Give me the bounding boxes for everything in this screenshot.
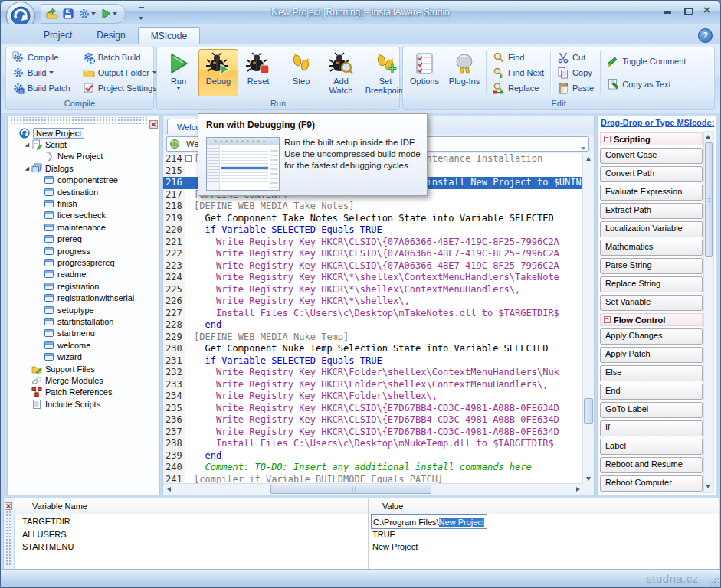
resize-grip[interactable]: [708, 575, 719, 586]
msicode-command-replace-string[interactable]: Replace String: [600, 276, 703, 292]
msicode-command-evaluate-expression[interactable]: Evaluate Expression: [600, 185, 703, 201]
code-line-236[interactable]: 236 Write Registry Key HKCR\CLSID\{E7D67…: [163, 414, 583, 426]
chevron-down-icon[interactable]: [581, 142, 585, 152]
chevron-down-icon[interactable]: [91, 12, 96, 15]
reset-button[interactable]: Reset: [238, 49, 278, 96]
code-line-235[interactable]: 235 Write Registry Key HKCR\CLSID\{E7D67…: [163, 403, 583, 415]
tree-item-startmenu[interactable]: startmenu: [9, 328, 158, 339]
code-line-231[interactable]: 231 if Variable SELECTED Equals TRUE: [163, 355, 583, 368]
tree-item-setuptype[interactable]: setuptype: [9, 304, 158, 315]
compile-button[interactable]: Compile: [9, 50, 74, 65]
collapse-icon[interactable]: [604, 316, 611, 323]
variable-name-allusers[interactable]: ALLUSERS: [22, 530, 66, 539]
panel-scrollbar[interactable]: [703, 131, 714, 493]
tree-item-licensecheck[interactable]: licensecheck: [9, 210, 158, 221]
scroll-left-icon[interactable]: [163, 484, 174, 495]
output-folder-button[interactable]: Output Folder: [80, 65, 160, 80]
code-line-221[interactable]: 221 Write Registry Key HKCR\CLSID\{07A06…: [163, 237, 583, 249]
batch-build-button[interactable]: Batch Build: [80, 50, 160, 65]
msicode-command-reboot-and-resume[interactable]: Reboot and Resume: [600, 457, 703, 473]
code-line-228[interactable]: 228 end: [163, 319, 583, 332]
customize-quick-access-icon[interactable]: [137, 7, 145, 23]
close-panel-icon[interactable]: [149, 118, 158, 126]
copy-as-text-button[interactable]: Copy as Text: [604, 77, 689, 93]
add-watch-button[interactable]: Add Watch: [321, 49, 361, 96]
minimize-button[interactable]: [664, 6, 673, 15]
tab-project[interactable]: Project: [31, 27, 84, 44]
help-button[interactable]: [698, 28, 713, 43]
code-line-230[interactable]: 230 Get Component Nuke Temp Selection St…: [163, 343, 583, 355]
close-panel-icon[interactable]: [5, 499, 13, 508]
tree-item-registration[interactable]: registration: [9, 280, 158, 292]
msicode-command-goto-label[interactable]: GoTo Label: [600, 402, 703, 418]
tree-item-new-project[interactable]: New Project: [9, 151, 158, 162]
expand-arrow-icon[interactable]: ◢: [23, 165, 31, 172]
tree-item-welcome[interactable]: welcome: [9, 339, 158, 351]
code-line-225[interactable]: 225 Write Registry Key HKCR\*\shellex\Co…: [163, 284, 583, 296]
tree-item-wizard[interactable]: wizard: [9, 351, 158, 362]
maximize-button[interactable]: [683, 6, 693, 15]
vertical-scroll-thumb[interactable]: [705, 142, 713, 257]
msicode-command-mathematics[interactable]: Mathematics: [600, 240, 703, 256]
editor-vertical-scrollbar[interactable]: [582, 153, 594, 484]
code-line-223[interactable]: 223 Write Registry Key HKCR\CLSID\{07A06…: [163, 260, 583, 273]
expand-arrow-icon[interactable]: ◢: [23, 142, 31, 148]
tree-item-readme[interactable]: readme: [9, 269, 158, 280]
code-area[interactable]: 214[compiler if Variable BUILDMODE Equal…: [163, 153, 583, 484]
msicode-command-apply-patch[interactable]: Apply Patch: [600, 347, 703, 363]
tree-item-dialogs[interactable]: ◢Dialogs: [9, 162, 158, 174]
find-button[interactable]: Find: [490, 50, 547, 65]
tab-design[interactable]: Design: [84, 27, 137, 44]
scroll-right-icon[interactable]: [572, 484, 583, 495]
paste-button[interactable]: Paste: [554, 80, 597, 96]
tab-msicode[interactable]: MSIcode: [138, 27, 200, 44]
run-button[interactable]: Run: [159, 49, 198, 96]
msicode-command-convert-case[interactable]: Convert Case: [600, 148, 703, 164]
code-line-222[interactable]: 222 Write Registry Key HKCR\CLSID\{07A06…: [163, 248, 583, 260]
plug-ins-button[interactable]: Plug-Ins: [444, 49, 484, 96]
tree-item-progress[interactable]: progress: [9, 245, 158, 256]
tree-item-maintenance[interactable]: maintenance: [9, 221, 158, 233]
msicode-command-localization-variable[interactable]: Localization Variable: [600, 221, 703, 237]
chevron-down-icon[interactable]: [176, 87, 181, 90]
toggle-comment-button[interactable]: Toggle Comment: [604, 54, 689, 70]
vertical-scroll-thumb[interactable]: [584, 398, 593, 424]
scroll-down-icon[interactable]: [583, 473, 594, 484]
cut-button[interactable]: Cut: [554, 50, 597, 65]
tree-panel-grip[interactable]: [9, 117, 149, 126]
msicode-panel-title[interactable]: Drag-Drop or Type MSIcode:: [601, 118, 714, 127]
step-button[interactable]: Step: [281, 49, 321, 96]
variables-panel-grip[interactable]: [4, 498, 15, 570]
variable-name-targetdir[interactable]: TARGETDIR: [22, 517, 70, 526]
msicode-command-else[interactable]: Else: [600, 365, 703, 381]
open-file-button[interactable]: [46, 8, 58, 20]
section-header-flow-control[interactable]: Flow Control: [600, 313, 703, 326]
variable-name-startmenu[interactable]: STARTMENU: [22, 542, 74, 551]
scroll-up-icon[interactable]: [583, 153, 594, 164]
msicode-command-set-variable[interactable]: Set Variable: [600, 295, 703, 311]
code-line-219[interactable]: 219 Get Component Take Notes Selection S…: [163, 213, 583, 225]
tree-item-componentstree[interactable]: componentstree: [9, 175, 158, 186]
code-line-233[interactable]: 233 Write Registry Key HKCR\Folder\shell…: [163, 379, 583, 391]
build-button[interactable]: Build: [9, 65, 74, 80]
tree-item-patch-references[interactable]: Patch References: [9, 387, 158, 398]
tree-item-support-files[interactable]: Support Files: [9, 363, 158, 374]
code-line-234[interactable]: 234 Write Registry Key HKCR\Folder\shell…: [163, 390, 583, 403]
horizontal-scroll-thumb[interactable]: [270, 485, 431, 494]
collapse-icon[interactable]: [604, 136, 611, 142]
code-line-239[interactable]: 239 end: [163, 450, 583, 462]
find-next-button[interactable]: Find Next: [490, 65, 547, 80]
msicode-command-convert-path[interactable]: Convert Path: [600, 166, 703, 182]
code-line-241[interactable]: 241[compiler if Variable BUILDMODE Equal…: [163, 474, 583, 485]
code-line-224[interactable]: 224 Write Registry Key HKCR\*\shellex\Co…: [163, 272, 583, 284]
msicode-command-extract-path[interactable]: Extract Path: [600, 203, 703, 219]
variable-value[interactable]: TRUE: [372, 530, 395, 539]
close-button[interactable]: [703, 6, 713, 15]
debug-button[interactable]: Debug: [198, 49, 238, 96]
code-line-240[interactable]: 240 Comment: TO-DO: Insert any additiona…: [163, 462, 583, 474]
code-line-237[interactable]: 237 Write Registry Key HKCR\CLSID\{E7D67…: [163, 426, 583, 439]
msicode-command-apply-changes[interactable]: Apply Changes: [600, 328, 703, 345]
tree-item-destination[interactable]: destination: [9, 186, 158, 198]
run-quick-button[interactable]: [100, 8, 117, 20]
scroll-up-icon[interactable]: [703, 132, 714, 142]
